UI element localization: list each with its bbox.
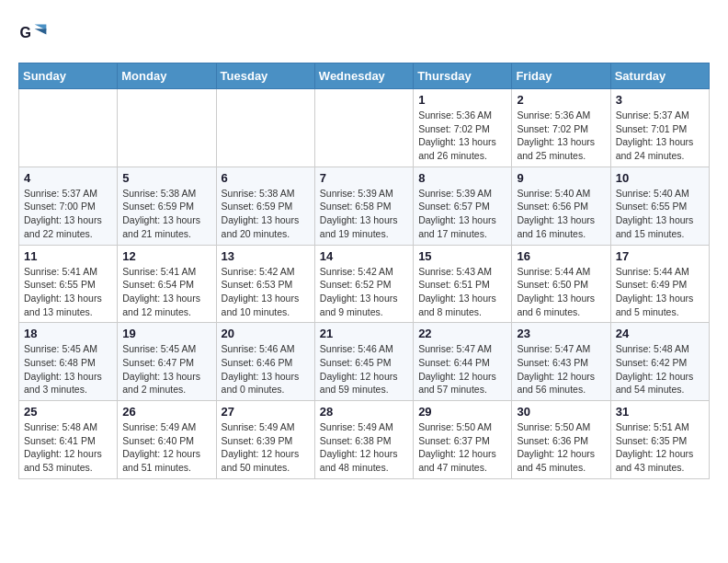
calendar-cell: 6Sunrise: 5:38 AM Sunset: 6:59 PM Daylig… — [216, 167, 314, 245]
day-info: Sunrise: 5:43 AM Sunset: 6:51 PM Dayligh… — [418, 265, 506, 319]
day-number: 10 — [616, 171, 704, 185]
day-number: 18 — [24, 327, 112, 340]
day-info: Sunrise: 5:47 AM Sunset: 6:43 PM Dayligh… — [517, 342, 605, 396]
weekday-header-thursday: Thursday — [414, 63, 512, 89]
weekday-header-tuesday: Tuesday — [216, 63, 314, 89]
week-row-4: 18Sunrise: 5:45 AM Sunset: 6:48 PM Dayli… — [19, 323, 710, 401]
calendar-cell: 28Sunrise: 5:49 AM Sunset: 6:38 PM Dayli… — [314, 401, 413, 479]
weekday-header-sunday: Sunday — [19, 63, 118, 89]
day-info: Sunrise: 5:50 AM Sunset: 6:37 PM Dayligh… — [418, 420, 506, 475]
day-info: Sunrise: 5:40 AM Sunset: 6:55 PM Dayligh… — [616, 187, 704, 241]
calendar-cell: 25Sunrise: 5:48 AM Sunset: 6:41 PM Dayli… — [19, 401, 118, 479]
calendar-cell: 29Sunrise: 5:50 AM Sunset: 6:37 PM Dayli… — [414, 401, 512, 479]
day-number: 4 — [24, 171, 112, 185]
day-info: Sunrise: 5:36 AM Sunset: 7:02 PM Dayligh… — [517, 109, 605, 163]
day-number: 11 — [24, 249, 112, 263]
calendar-cell: 19Sunrise: 5:45 AM Sunset: 6:47 PM Dayli… — [118, 323, 216, 401]
day-info: Sunrise: 5:37 AM Sunset: 7:01 PM Dayligh… — [616, 109, 704, 163]
calendar-cell: 8Sunrise: 5:39 AM Sunset: 6:57 PM Daylig… — [414, 167, 512, 245]
weekday-header-row: SundayMondayTuesdayWednesdayThursdayFrid… — [19, 63, 710, 89]
day-info: Sunrise: 5:49 AM Sunset: 6:39 PM Dayligh… — [222, 420, 310, 475]
day-info: Sunrise: 5:48 AM Sunset: 6:41 PM Dayligh… — [24, 420, 112, 475]
day-number: 25 — [24, 405, 112, 419]
calendar-cell: 10Sunrise: 5:40 AM Sunset: 6:55 PM Dayli… — [610, 167, 709, 245]
calendar-cell: 15Sunrise: 5:43 AM Sunset: 6:51 PM Dayli… — [414, 245, 512, 323]
calendar-cell: 17Sunrise: 5:44 AM Sunset: 6:49 PM Dayli… — [610, 245, 709, 323]
calendar-cell: 23Sunrise: 5:47 AM Sunset: 6:43 PM Dayli… — [512, 323, 610, 401]
day-number: 9 — [517, 171, 605, 185]
day-info: Sunrise: 5:51 AM Sunset: 6:35 PM Dayligh… — [616, 420, 704, 475]
day-info: Sunrise: 5:45 AM Sunset: 6:47 PM Dayligh… — [122, 342, 210, 396]
day-number: 15 — [418, 249, 506, 263]
day-number: 27 — [222, 405, 310, 419]
week-row-1: 1Sunrise: 5:36 AM Sunset: 7:02 PM Daylig… — [19, 89, 710, 167]
day-info: Sunrise: 5:48 AM Sunset: 6:42 PM Dayligh… — [616, 342, 704, 396]
day-info: Sunrise: 5:42 AM Sunset: 6:52 PM Dayligh… — [320, 265, 408, 319]
calendar-cell: 7Sunrise: 5:39 AM Sunset: 6:58 PM Daylig… — [314, 167, 413, 245]
calendar-cell: 31Sunrise: 5:51 AM Sunset: 6:35 PM Dayli… — [610, 401, 709, 479]
calendar-cell: 30Sunrise: 5:50 AM Sunset: 6:36 PM Dayli… — [512, 401, 610, 479]
calendar-cell: 9Sunrise: 5:40 AM Sunset: 6:56 PM Daylig… — [512, 167, 610, 245]
day-info: Sunrise: 5:42 AM Sunset: 6:53 PM Dayligh… — [222, 265, 310, 319]
day-info: Sunrise: 5:46 AM Sunset: 6:45 PM Dayligh… — [320, 342, 408, 396]
day-info: Sunrise: 5:50 AM Sunset: 6:36 PM Dayligh… — [517, 420, 605, 475]
svg-text:G: G — [20, 25, 31, 40]
day-info: Sunrise: 5:47 AM Sunset: 6:44 PM Dayligh… — [418, 342, 506, 396]
week-row-3: 11Sunrise: 5:41 AM Sunset: 6:55 PM Dayli… — [19, 245, 710, 323]
calendar-cell: 13Sunrise: 5:42 AM Sunset: 6:53 PM Dayli… — [216, 245, 314, 323]
day-info: Sunrise: 5:37 AM Sunset: 7:00 PM Dayligh… — [24, 187, 112, 241]
day-number: 3 — [616, 93, 704, 107]
day-number: 12 — [122, 249, 210, 263]
day-info: Sunrise: 5:39 AM Sunset: 6:58 PM Dayligh… — [320, 187, 408, 241]
page-header: G — [18, 18, 710, 48]
calendar-cell: 20Sunrise: 5:46 AM Sunset: 6:46 PM Dayli… — [216, 323, 314, 401]
day-number: 29 — [418, 405, 506, 419]
week-row-2: 4Sunrise: 5:37 AM Sunset: 7:00 PM Daylig… — [19, 167, 710, 245]
day-info: Sunrise: 5:49 AM Sunset: 6:38 PM Dayligh… — [320, 420, 408, 475]
day-number: 23 — [517, 327, 605, 340]
day-number: 19 — [122, 327, 210, 340]
day-number: 14 — [320, 249, 408, 263]
day-info: Sunrise: 5:38 AM Sunset: 6:59 PM Dayligh… — [222, 187, 310, 241]
day-number: 28 — [320, 405, 408, 419]
weekday-header-monday: Monday — [118, 63, 216, 89]
day-number: 7 — [320, 171, 408, 185]
calendar-cell — [118, 89, 216, 167]
calendar-cell — [216, 89, 314, 167]
calendar-cell: 1Sunrise: 5:36 AM Sunset: 7:02 PM Daylig… — [414, 89, 512, 167]
day-info: Sunrise: 5:45 AM Sunset: 6:48 PM Dayligh… — [24, 342, 112, 396]
day-info: Sunrise: 5:46 AM Sunset: 6:46 PM Dayligh… — [222, 342, 310, 396]
calendar-cell: 12Sunrise: 5:41 AM Sunset: 6:54 PM Dayli… — [118, 245, 216, 323]
day-number: 16 — [517, 249, 605, 263]
day-info: Sunrise: 5:41 AM Sunset: 6:54 PM Dayligh… — [122, 265, 210, 319]
day-number: 22 — [418, 327, 506, 340]
calendar-cell: 3Sunrise: 5:37 AM Sunset: 7:01 PM Daylig… — [610, 89, 709, 167]
day-info: Sunrise: 5:49 AM Sunset: 6:40 PM Dayligh… — [122, 420, 210, 475]
day-info: Sunrise: 5:44 AM Sunset: 6:49 PM Dayligh… — [616, 265, 704, 319]
calendar-cell — [314, 89, 413, 167]
logo-icon: G — [18, 18, 48, 48]
weekday-header-wednesday: Wednesday — [314, 63, 413, 89]
day-info: Sunrise: 5:41 AM Sunset: 6:55 PM Dayligh… — [24, 265, 112, 319]
day-number: 30 — [517, 405, 605, 419]
calendar-cell: 14Sunrise: 5:42 AM Sunset: 6:52 PM Dayli… — [314, 245, 413, 323]
calendar-cell: 24Sunrise: 5:48 AM Sunset: 6:42 PM Dayli… — [610, 323, 709, 401]
day-info: Sunrise: 5:36 AM Sunset: 7:02 PM Dayligh… — [418, 109, 506, 163]
day-number: 2 — [517, 93, 605, 107]
day-info: Sunrise: 5:39 AM Sunset: 6:57 PM Dayligh… — [418, 187, 506, 241]
calendar-cell: 2Sunrise: 5:36 AM Sunset: 7:02 PM Daylig… — [512, 89, 610, 167]
calendar-cell: 21Sunrise: 5:46 AM Sunset: 6:45 PM Dayli… — [314, 323, 413, 401]
day-number: 13 — [222, 249, 310, 263]
weekday-header-saturday: Saturday — [610, 63, 709, 89]
svg-marker-2 — [35, 29, 47, 34]
logo: G — [18, 18, 53, 48]
day-number: 20 — [222, 327, 310, 340]
day-number: 31 — [616, 405, 704, 419]
calendar-cell — [19, 89, 118, 167]
day-info: Sunrise: 5:40 AM Sunset: 6:56 PM Dayligh… — [517, 187, 605, 241]
calendar-table: SundayMondayTuesdayWednesdayThursdayFrid… — [18, 63, 710, 479]
week-row-5: 25Sunrise: 5:48 AM Sunset: 6:41 PM Dayli… — [19, 401, 710, 479]
calendar-cell: 4Sunrise: 5:37 AM Sunset: 7:00 PM Daylig… — [19, 167, 118, 245]
day-number: 26 — [122, 405, 210, 419]
calendar-cell: 27Sunrise: 5:49 AM Sunset: 6:39 PM Dayli… — [216, 401, 314, 479]
